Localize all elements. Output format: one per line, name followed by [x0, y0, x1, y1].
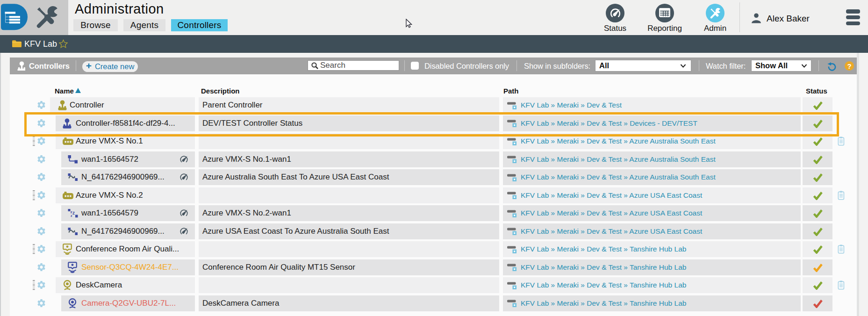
- svg-text:z: z: [71, 214, 72, 217]
- svg-text:z: z: [72, 210, 75, 215]
- svg-text:z: z: [71, 210, 72, 214]
